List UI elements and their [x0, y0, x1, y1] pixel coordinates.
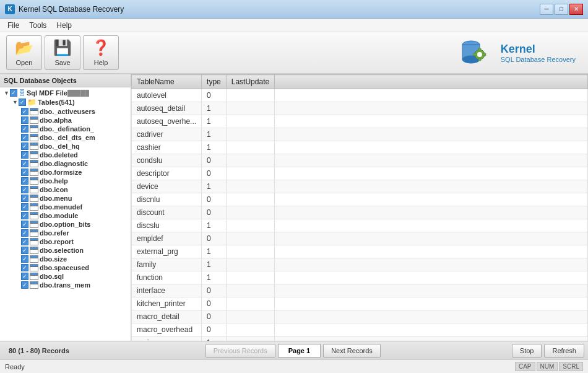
cell-tablename: discnlu: [132, 193, 202, 206]
item-checkbox[interactable]: [21, 221, 28, 228]
svg-rect-8: [483, 53, 486, 56]
table-row[interactable]: discslu 1: [132, 219, 588, 232]
list-item[interactable]: dbo.trans_mem: [1, 281, 129, 289]
table-icon: [30, 160, 38, 167]
table-row[interactable]: empldef 0: [132, 232, 588, 245]
cell-tablename: function: [132, 271, 202, 284]
menu-tools[interactable]: Tools: [24, 20, 51, 31]
list-item[interactable]: dbo.spaceused: [1, 263, 129, 272]
menu-file[interactable]: File: [2, 20, 24, 31]
table-row[interactable]: macro_overhead 0: [132, 323, 588, 336]
list-item[interactable]: dbo._defination_: [1, 125, 129, 133]
list-item[interactable]: dbo.menudef: [1, 203, 129, 211]
item-checkbox[interactable]: [21, 203, 28, 211]
table-row[interactable]: function 1: [132, 271, 588, 284]
tree-root[interactable]: ▼ 🗄 Sql MDF File█████: [1, 89, 129, 97]
cell-tablename: descriptor: [132, 167, 202, 180]
list-item[interactable]: dbo.deleted: [1, 151, 129, 159]
item-checkbox[interactable]: [21, 169, 28, 176]
list-item[interactable]: dbo.refer: [1, 229, 129, 237]
previous-records-button[interactable]: Previous Records: [205, 344, 275, 358]
cell-type: 0: [202, 284, 227, 297]
table-icon: [30, 186, 38, 193]
minimize-button[interactable]: ─: [540, 4, 553, 15]
item-checkbox[interactable]: [21, 151, 28, 159]
tree-tables-folder[interactable]: ▼ 📁 Tables(541): [1, 97, 129, 107]
item-checkbox[interactable]: [21, 212, 28, 219]
item-checkbox[interactable]: [21, 177, 28, 185]
table-row[interactable]: interface 0: [132, 284, 588, 297]
menu-help[interactable]: Help: [51, 20, 77, 31]
item-checkbox[interactable]: [21, 134, 28, 141]
item-checkbox[interactable]: [21, 255, 28, 263]
tables-label: Tables(541): [38, 99, 75, 106]
cell-spacer: [275, 206, 588, 219]
table-row[interactable]: kitchen_printer 0: [132, 297, 588, 310]
list-item[interactable]: dbo.menu: [1, 194, 129, 203]
table-icon: [30, 273, 38, 280]
table-row[interactable]: autoseq_overhe... 1: [132, 115, 588, 128]
list-item[interactable]: dbo.report: [1, 237, 129, 246]
item-checkbox[interactable]: [21, 116, 28, 124]
scrl-indicator: SCRL: [559, 362, 583, 371]
cell-type: 1: [202, 258, 227, 271]
table-row[interactable]: macro_detail 0: [132, 310, 588, 323]
table-row[interactable]: cadriver 1: [132, 128, 588, 141]
cell-type: 1: [202, 115, 227, 128]
table-row[interactable]: discount 0: [132, 206, 588, 219]
cell-type: 0: [202, 154, 227, 167]
data-table-container[interactable]: TableName type LastUpdate autolevel 0 au…: [131, 74, 588, 341]
close-button[interactable]: ✕: [569, 4, 583, 15]
next-records-button[interactable]: Next Records: [323, 344, 381, 358]
tables-checkbox[interactable]: [19, 99, 26, 106]
list-item[interactable]: dbo._del_dts_em: [1, 133, 129, 142]
save-button[interactable]: 💾 Save: [45, 35, 80, 70]
list-item[interactable]: dbo.alpha: [1, 116, 129, 125]
item-checkbox[interactable]: [21, 108, 28, 115]
item-checkbox[interactable]: [21, 160, 28, 167]
item-checkbox[interactable]: [21, 143, 28, 150]
item-checkbox[interactable]: [21, 264, 28, 271]
app-icon: K: [5, 4, 15, 14]
item-checkbox[interactable]: [21, 273, 28, 280]
list-item[interactable]: dbo.help: [1, 177, 129, 185]
root-checkbox[interactable]: [10, 89, 17, 97]
table-row[interactable]: external_prg 1: [132, 245, 588, 258]
list-item[interactable]: dbo.option_bits: [1, 220, 129, 229]
table-row[interactable]: condslu 0: [132, 154, 588, 167]
list-item[interactable]: dbo.selection: [1, 246, 129, 255]
open-button[interactable]: 📂 Open: [6, 35, 42, 70]
table-header-row: TableName type LastUpdate: [132, 75, 588, 89]
maximize-button[interactable]: □: [555, 4, 568, 15]
list-item[interactable]: dbo.sql: [1, 272, 129, 281]
item-checkbox[interactable]: [21, 125, 28, 133]
help-button[interactable]: ❓ Help: [83, 35, 119, 70]
list-item[interactable]: dbo.diagnostic: [1, 159, 129, 168]
list-item[interactable]: dbo.module: [1, 211, 129, 220]
table-row[interactable]: major 1: [132, 336, 588, 341]
list-item[interactable]: dbo.icon: [1, 185, 129, 194]
item-checkbox[interactable]: [21, 186, 28, 193]
table-row[interactable]: descriptor 0: [132, 167, 588, 180]
item-checkbox[interactable]: [21, 247, 28, 254]
cell-lastupdate: [226, 323, 274, 336]
table-row[interactable]: discnlu 0: [132, 193, 588, 206]
table-row[interactable]: family 1: [132, 258, 588, 271]
item-checkbox[interactable]: [21, 281, 28, 289]
table-row[interactable]: device 1: [132, 180, 588, 193]
table-row[interactable]: autolevel 0: [132, 89, 588, 102]
left-panel[interactable]: SQL Database Objects ▼ 🗄 Sql MDF File███…: [0, 74, 131, 341]
item-checkbox[interactable]: [21, 195, 28, 202]
list-item[interactable]: dbo._del_hq: [1, 142, 129, 151]
stop-button[interactable]: Stop: [512, 344, 542, 358]
item-checkbox[interactable]: [21, 229, 28, 237]
list-item[interactable]: dbo._activeusers: [1, 107, 129, 116]
table-icon: [30, 169, 38, 176]
item-checkbox[interactable]: [21, 238, 28, 245]
list-item[interactable]: dbo.formsize: [1, 168, 129, 177]
list-item[interactable]: dbo.size: [1, 255, 129, 263]
table-row[interactable]: autoseq_detail 1: [132, 102, 588, 115]
table-row[interactable]: cashier 1: [132, 141, 588, 154]
refresh-button[interactable]: Refresh: [544, 344, 584, 358]
status-bar: Ready CAP NUM SCRL: [0, 359, 588, 373]
